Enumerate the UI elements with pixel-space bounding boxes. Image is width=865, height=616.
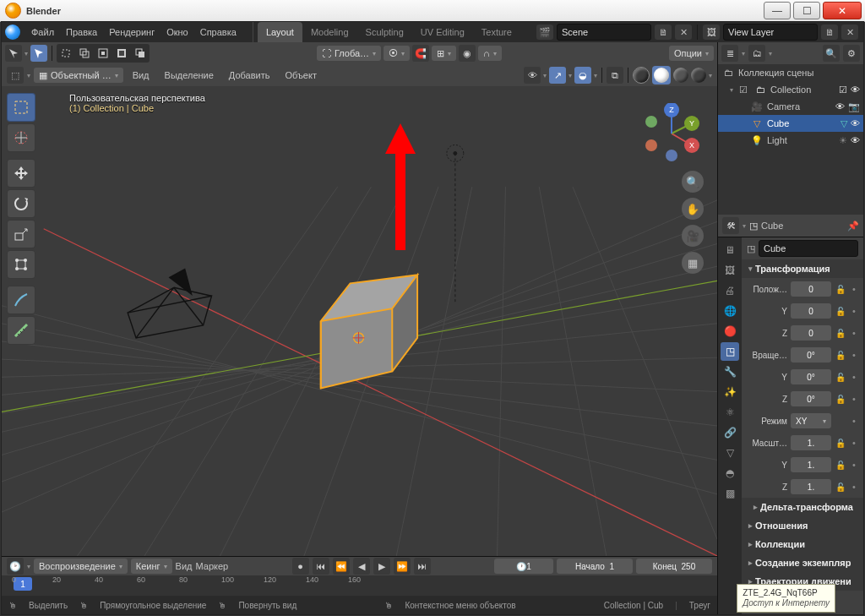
header-object[interactable]: Объект	[279, 67, 322, 84]
prop-tab-constraints-icon[interactable]: 🔗	[721, 423, 739, 442]
viewport-3d[interactable]: Пользовательская перспектива (1) Collect…	[2, 86, 717, 556]
tool-select-box-icon[interactable]	[7, 93, 35, 122]
jump-next-key-icon[interactable]: ⏩	[394, 558, 411, 575]
viewlayer-browse-icon[interactable]: 🖼	[703, 25, 720, 40]
pivot-dropdown[interactable]: ⦿▾	[384, 46, 410, 61]
start-frame-field[interactable]: Начало 1	[557, 559, 633, 574]
eye-icon[interactable]: 👁	[851, 135, 860, 145]
lock-icon[interactable]: 🔓	[835, 482, 846, 492]
jump-start-icon[interactable]: ⏮	[313, 558, 329, 575]
tool-transform-icon[interactable]	[7, 250, 35, 279]
playback-dropdown[interactable]: Воспроизведение▾	[34, 559, 128, 574]
eye-icon[interactable]: 👁	[851, 118, 860, 128]
rot-z-field[interactable]: 0°	[791, 391, 831, 406]
select-tweak-dropdown-icon[interactable]: ▾	[24, 50, 28, 57]
proportional-toggle-icon[interactable]: ◉	[459, 45, 476, 62]
panel-instancing[interactable]: Создание экземпляр	[742, 553, 863, 572]
visibility-filter-icon[interactable]: 👁	[524, 67, 541, 84]
tool-scale-icon[interactable]	[7, 220, 35, 248]
scene-name-field[interactable]: Scene	[557, 24, 651, 41]
lock-icon[interactable]: 🔓	[835, 373, 846, 382]
play-icon[interactable]: ▶	[373, 558, 390, 575]
tab-layout[interactable]: Layout	[258, 22, 302, 42]
scale-x-field[interactable]: 1.	[791, 435, 831, 450]
outliner-item-camera[interactable]: 🎥 Camera 👁 📷	[718, 98, 863, 115]
viewlayer-name-field[interactable]: View Layer	[723, 24, 818, 41]
minimize-button[interactable]: —	[764, 2, 791, 19]
loc-z-field[interactable]: 0	[791, 325, 831, 341]
selmode-extend-icon[interactable]	[76, 45, 93, 62]
header-view[interactable]: Вид	[127, 67, 155, 84]
prop-tab-world-icon[interactable]: 🔴	[721, 322, 739, 341]
tool-annotate-icon[interactable]	[7, 286, 35, 314]
viewlayer-new-icon[interactable]: 🗎	[821, 25, 838, 40]
overlays-toggle-icon[interactable]: ◒	[574, 67, 591, 84]
prop-tab-modifiers-icon[interactable]: 🔧	[721, 363, 739, 381]
ortho-toggle-icon[interactable]: ▦	[682, 252, 704, 274]
gizmo-toggle-icon[interactable]: ↗	[549, 67, 566, 84]
timeline-track[interactable]: 1 0 20 40 60 80 100 120 140 160	[2, 575, 717, 596]
disable-render-icon[interactable]: 📷	[848, 101, 860, 112]
scene-delete-icon[interactable]: ✕	[675, 25, 692, 40]
scene-new-icon[interactable]: 🗎	[655, 25, 672, 40]
prop-tab-texture-icon[interactable]: ▩	[721, 484, 739, 503]
prop-tab-particles-icon[interactable]: ✨	[721, 383, 739, 401]
mesh-data-icon[interactable]: ▽	[841, 118, 847, 129]
shading-rendered-icon[interactable]	[691, 68, 706, 83]
options-dropdown[interactable]: Опции▾	[669, 46, 714, 61]
loc-x-field[interactable]: 0	[791, 281, 831, 297]
current-frame-field[interactable]: 🕐 1	[494, 559, 553, 574]
rot-mode-dropdown[interactable]: XY▾	[791, 413, 831, 428]
lock-icon[interactable]: 🔓	[835, 307, 846, 316]
menu-edit[interactable]: Правка	[60, 22, 103, 42]
tool-measure-icon[interactable]	[7, 316, 35, 345]
panel-transform[interactable]: Трансформация	[742, 259, 863, 278]
orientation-dropdown[interactable]: ⛶ Глоба… ▾	[317, 46, 381, 61]
timeline-view[interactable]: Вид	[176, 561, 193, 571]
prop-tab-physics-icon[interactable]: ⚛	[721, 403, 739, 422]
outliner-filter-icon[interactable]: ⚙	[843, 45, 860, 62]
scene-browse-icon[interactable]: 🎬	[536, 25, 553, 40]
prop-tab-object-icon[interactable]: ◳	[721, 342, 739, 361]
selmode-new-icon[interactable]	[57, 45, 74, 62]
prop-tab-output-icon[interactable]: 🖼	[721, 261, 739, 280]
nav-gizmo[interactable]: X Y Z	[641, 103, 702, 164]
editor-type-dropdown-icon[interactable]: ▾	[27, 72, 30, 79]
properties-editor-type-icon[interactable]: 🛠	[722, 217, 739, 234]
timeline-editor-type-icon[interactable]: 🕑	[7, 558, 24, 575]
object-name-field[interactable]: Cube	[759, 240, 858, 257]
shading-wire-icon[interactable]	[633, 67, 650, 84]
outliner[interactable]: 🗀 Коллекция сцены ▾ ☑ 🗀 Collection ☑ 👁 🎥…	[718, 64, 863, 215]
xray-toggle-icon[interactable]: ⧉	[607, 67, 623, 84]
tab-modeling[interactable]: Modeling	[302, 22, 357, 42]
light-data-icon[interactable]: ☀	[839, 135, 847, 146]
tab-texture-paint[interactable]: Texture	[473, 22, 520, 42]
tab-sculpting[interactable]: Sculpting	[357, 22, 412, 42]
header-select[interactable]: Выделение	[159, 67, 220, 84]
tool-rotate-icon[interactable]	[7, 189, 35, 218]
tool-cursor-icon[interactable]	[7, 123, 35, 152]
snap-target-dropdown[interactable]: ⊞▾	[432, 46, 456, 61]
eye-icon[interactable]: 👁	[835, 101, 845, 112]
lock-icon[interactable]: 🔓	[835, 351, 846, 360]
shading-solid-icon[interactable]	[652, 66, 671, 84]
exclude-icon[interactable]: ☑	[839, 84, 847, 95]
viewlayer-delete-icon[interactable]: ✕	[841, 25, 858, 40]
timeline-playhead[interactable]: 1	[14, 577, 32, 591]
outliner-item-cube[interactable]: ▽ Cube ▽ 👁	[718, 115, 863, 132]
selmode-intersect-icon[interactable]	[132, 45, 149, 62]
shading-dropdown-icon[interactable]: ▾	[709, 72, 712, 79]
scale-z-field[interactable]: 1.	[791, 479, 831, 494]
pan-icon[interactable]: ✋	[682, 198, 704, 220]
properties-body[interactable]: ◳ Cube Трансформация Полож…0🔓• Y0🔓• Z0🔓•…	[742, 237, 863, 614]
zoom-icon[interactable]: 🔍	[682, 171, 704, 193]
menu-help[interactable]: Справка	[194, 22, 242, 42]
panel-delta-transform[interactable]: Дельта-трансформа	[742, 498, 863, 516]
scale-y-field[interactable]: 1.	[791, 457, 831, 472]
menu-window[interactable]: Окно	[160, 22, 194, 42]
menu-file[interactable]: Файл	[25, 22, 60, 42]
selmode-subtract-icon[interactable]	[95, 45, 112, 62]
lock-icon[interactable]: 🔓	[835, 461, 846, 470]
snap-toggle-icon[interactable]: 🧲	[412, 45, 429, 62]
outliner-scene-collection[interactable]: 🗀 Коллекция сцены	[718, 64, 863, 81]
